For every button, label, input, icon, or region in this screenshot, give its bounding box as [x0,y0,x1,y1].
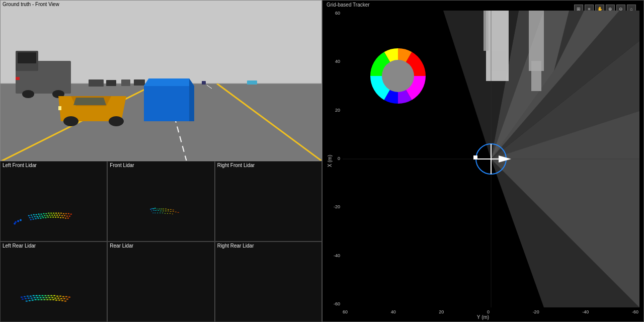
svg-rect-86 [60,217,61,218]
x-label-60: 60 [343,309,348,314]
x-axis: 60 40 20 0 -20 -40 -60 [343,309,638,314]
svg-rect-160 [38,299,40,300]
right-panel: Grid-based Tracker ⊞ ≡ ✋ ⊕ ⊖ ⌂ 60 40 20 … [322,0,644,322]
tracker-svg [343,11,639,307]
svg-rect-148 [45,297,47,298]
svg-rect-169 [64,301,66,302]
svg-rect-16 [134,79,145,86]
svg-rect-75 [33,219,34,220]
svg-rect-43 [38,214,40,215]
svg-rect-63 [44,215,45,216]
svg-rect-42 [36,214,37,215]
svg-rect-99 [168,209,169,210]
svg-rect-71 [64,215,65,216]
svg-rect-165 [52,299,54,300]
svg-rect-44 [40,214,42,215]
svg-point-36 [20,219,22,221]
front-lidar-cell: Front Lidar [107,161,214,242]
svg-rect-126 [30,296,32,297]
svg-rect-156 [26,301,28,302]
svg-rect-111 [173,211,174,212]
right-rear-lidar-cell: Right Rear Lidar [215,242,322,322]
svg-rect-107 [163,211,164,211]
svg-rect-106 [160,211,162,211]
svg-rect-125 [27,296,29,297]
svg-rect-47 [48,213,49,214]
svg-rect-120 [167,213,168,214]
y-label--40: -40 [334,253,340,258]
svg-rect-127 [33,295,35,296]
svg-rect-31 [144,86,194,121]
svg-rect-151 [54,298,56,299]
y-label-40: 40 [335,59,340,64]
svg-rect-50 [55,213,57,214]
svg-rect-58 [32,217,33,218]
svg-rect-131 [44,295,46,296]
rear-lidar-title: Rear Lidar [110,243,133,249]
svg-point-38 [14,222,16,224]
left-front-lidar-cell: Left Front Lidar [0,161,107,242]
svg-rect-65 [49,215,50,216]
svg-rect-157 [29,300,31,301]
svg-rect-62 [41,216,43,217]
svg-rect-60 [37,216,38,217]
svg-rect-30 [58,106,61,110]
svg-rect-152 [57,298,59,299]
front-view-title: Ground truth - Front View [3,2,59,7]
svg-point-186 [382,60,414,92]
x-label-0: 0 [487,309,490,314]
svg-rect-54 [65,213,67,214]
svg-rect-162 [43,299,45,300]
svg-rect-85 [57,217,59,218]
svg-rect-108 [165,211,167,211]
svg-rect-146 [40,297,42,298]
svg-rect-61 [39,216,41,217]
svg-marker-27 [73,98,106,105]
svg-rect-167 [58,300,60,301]
x-label--60: -60 [632,309,638,314]
y-label--20: -20 [334,204,340,209]
svg-rect-56 [70,214,72,215]
svg-rect-77 [38,218,39,219]
svg-rect-48 [50,213,52,214]
svg-rect-130 [41,295,43,296]
svg-rect-39 [28,215,30,216]
svg-rect-121 [170,213,171,214]
x-label-40: 40 [391,309,396,314]
svg-rect-89 [67,218,69,219]
svg-rect-104 [155,210,157,211]
svg-rect-118 [162,213,163,213]
y-label-20: 20 [335,108,340,113]
svg-rect-179 [484,11,489,51]
svg-rect-15 [121,79,130,86]
svg-rect-139 [68,297,70,298]
svg-rect-52 [60,213,62,214]
svg-rect-164 [49,299,51,300]
front-view: Ground truth - Front View [0,0,322,161]
svg-rect-64 [46,215,48,216]
svg-rect-128 [36,295,38,296]
left-rear-lidar-cell: Left Rear Lidar [0,242,107,322]
svg-rect-124 [24,296,26,297]
svg-rect-95 [159,209,160,209]
svg-marker-32 [144,78,194,86]
svg-rect-159 [35,299,37,300]
svg-rect-57 [29,217,31,218]
left-panel: Ground truth - Front View [0,0,322,322]
svg-rect-76 [35,218,37,219]
svg-rect-94 [157,209,158,209]
svg-rect-112 [175,212,177,212]
left-rear-lidar-title: Left Rear Lidar [3,243,36,249]
svg-rect-123 [21,297,23,298]
svg-rect-59 [34,216,36,217]
svg-rect-161 [40,299,42,300]
svg-rect-129 [39,295,41,296]
svg-rect-137 [62,296,64,297]
svg-rect-87 [62,217,64,218]
right-front-lidar-cell: Right Front Lidar [215,161,322,242]
svg-rect-79 [42,217,44,218]
svg-rect-133 [50,295,52,296]
svg-point-29 [109,116,124,126]
svg-rect-122 [172,214,173,214]
svg-rect-73 [69,216,70,217]
